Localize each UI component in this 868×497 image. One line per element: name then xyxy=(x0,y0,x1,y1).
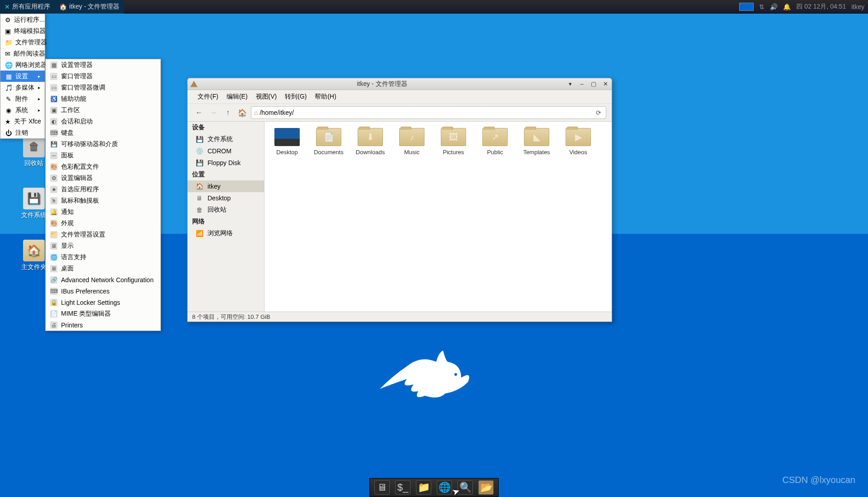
menu-item[interactable]: ▦设置▸ xyxy=(0,71,45,82)
notification-icon[interactable]: 🔔 xyxy=(783,3,791,10)
menu-item[interactable]: ⏻注销 xyxy=(0,127,45,138)
sidebar-item[interactable]: 💾Floppy Disk xyxy=(188,157,264,169)
submenu-item[interactable]: 🔔通知 xyxy=(46,206,160,218)
menu-item[interactable]: 帮助(H) xyxy=(311,91,340,102)
menu-icon: 🖥 xyxy=(50,265,57,272)
dock-show-desktop[interactable]: 🖥 xyxy=(374,480,390,495)
submenu-item[interactable]: 🎨外观 xyxy=(46,218,160,229)
file-grid[interactable]: Desktop📄Documents⬇Downloads♪Music🖼Pictur… xyxy=(264,122,612,312)
submenu-item[interactable]: 📁文件管理器设置 xyxy=(46,229,160,240)
submenu-item[interactable]: 💾可移动驱动器和介质 xyxy=(46,138,160,150)
folder-icon: ↗ xyxy=(482,128,508,146)
submenu-item[interactable]: ◐会话和启动 xyxy=(46,116,160,127)
submenu-item[interactable]: 🖱鼠标和触摸板 xyxy=(46,195,160,206)
menu-icon: ▦ xyxy=(50,62,57,69)
file-item[interactable]: ♪Music xyxy=(396,128,428,156)
menu-item[interactable]: 🌐网络浏览器 xyxy=(0,59,45,71)
submenu-item[interactable]: ⌨键盘 xyxy=(46,127,160,138)
home-button[interactable]: 🏠 xyxy=(236,107,248,118)
menu-item[interactable]: 视图(V) xyxy=(252,91,281,102)
forward-button[interactable]: → xyxy=(208,107,219,118)
menu-label: 键盘 xyxy=(61,129,74,137)
menu-label: 终端模拟器 xyxy=(14,27,46,35)
submenu-item[interactable]: 🎨色彩配置文件 xyxy=(46,161,160,172)
sidebar-item[interactable]: 🗑回收站 xyxy=(188,204,264,216)
applications-menu-button[interactable]: ✕ 所有应用程序 xyxy=(0,0,55,14)
network-icon[interactable]: ⇅ xyxy=(759,3,764,10)
file-item[interactable]: ⬇Downloads xyxy=(354,128,387,156)
submenu-item[interactable]: 🌐语言支持 xyxy=(46,251,160,263)
submenu-item[interactable]: ⌨IBus Preferences xyxy=(46,285,160,297)
menu-item[interactable]: 📁文件管理器 xyxy=(0,37,45,48)
up-button[interactable]: ↑ xyxy=(222,107,234,118)
file-item[interactable]: 🖼Pictures xyxy=(437,128,470,156)
file-item[interactable]: ◣Templates xyxy=(520,128,553,156)
sidebar-icon: 💾 xyxy=(195,158,204,167)
sidebar: 设备💾文件系统💿CDROM💾Floppy Disk位置🏠itkey🖥Deskto… xyxy=(188,122,264,312)
address-bar[interactable]: ⌂ ⟳ xyxy=(251,106,606,119)
submenu-item[interactable]: 🔗Advanced Network Configuration xyxy=(46,274,160,285)
maximize-button[interactable]: ▢ xyxy=(590,80,597,87)
menu-label: Light Locker Settings xyxy=(61,299,120,306)
menu-item[interactable]: 转到(G) xyxy=(281,91,310,102)
sidebar-item[interactable]: 💿CDROM xyxy=(188,145,264,157)
clock[interactable]: 四 02 12月, 04:51 xyxy=(796,3,846,11)
sidebar-item[interactable]: 🖥Desktop xyxy=(188,192,264,204)
sidebar-item[interactable]: 🏠itkey xyxy=(188,180,264,192)
reload-button[interactable]: ⟳ xyxy=(594,109,603,116)
settings-submenu: ▦设置管理器▭窗口管理器▭窗口管理器微调♿辅助功能▣工作区◐会话和启动⌨键盘💾可… xyxy=(45,59,161,331)
submenu-item[interactable]: ♿辅助功能 xyxy=(46,93,160,104)
sidebar-section-header: 设备 xyxy=(188,122,264,133)
submenu-item[interactable]: 🖥显示 xyxy=(46,240,160,251)
dock-terminal[interactable]: $_ xyxy=(395,480,410,495)
menu-icon: 🎨 xyxy=(50,220,57,227)
workspace-indicator[interactable] xyxy=(739,3,754,11)
close-button[interactable]: ✕ xyxy=(602,80,609,87)
menu-item[interactable]: ✉邮件阅读器 xyxy=(0,48,45,59)
file-item[interactable]: Desktop xyxy=(271,128,303,156)
menu-icon: 🌐 xyxy=(5,62,12,69)
submenu-item[interactable]: ▣工作区 xyxy=(46,104,160,116)
file-item[interactable]: ↗Public xyxy=(479,128,511,156)
submenu-item[interactable]: 🔒Light Locker Settings xyxy=(46,297,160,308)
menu-icon: 🖨 xyxy=(50,322,57,329)
file-item[interactable]: ▶Videos xyxy=(562,128,594,156)
menu-item[interactable]: ⚙运行程序... xyxy=(0,14,45,25)
submenu-item[interactable]: ▭窗口管理器 xyxy=(46,71,160,82)
folder-icon: ▶ xyxy=(566,128,591,146)
menu-item[interactable]: ◉系统▸ xyxy=(0,104,45,116)
titlebar[interactable]: itkey - 文件管理器 ▾ – ▢ ✕ xyxy=(188,78,612,90)
back-button[interactable]: ← xyxy=(193,107,205,118)
taskbar-window-button[interactable]: 🏠 itkey - 文件管理器 xyxy=(55,0,124,14)
volume-icon[interactable]: 🔊 xyxy=(770,3,778,10)
menu-label: 会话和启动 xyxy=(61,118,93,126)
file-item[interactable]: 📄Documents xyxy=(312,128,345,156)
menu-item[interactable]: 编辑(E) xyxy=(223,91,251,102)
submenu-item[interactable]: ⚙设置编辑器 xyxy=(46,172,160,184)
submenu-item[interactable]: ▭窗口管理器微调 xyxy=(46,82,160,93)
rollup-button[interactable]: ▾ xyxy=(566,80,574,87)
submenu-item[interactable]: 📄MIME 类型编辑器 xyxy=(46,308,160,319)
dock-filemanager[interactable]: 📁 xyxy=(416,480,431,495)
user-menu[interactable]: itkey xyxy=(851,3,864,10)
sidebar-item[interactable]: 📶浏览网络 xyxy=(188,227,264,239)
path-input[interactable] xyxy=(259,109,592,116)
sidebar-item[interactable]: 💾文件系统 xyxy=(188,133,264,145)
menu-icon: ✎ xyxy=(5,95,12,103)
menu-item[interactable]: ✎附件▸ xyxy=(0,93,45,104)
submenu-item[interactable]: 🖨Printers xyxy=(46,319,160,331)
minimize-button[interactable]: – xyxy=(578,80,585,87)
dock-browser[interactable]: 🌐 xyxy=(437,480,452,495)
menu-item[interactable]: ★关于 Xfce xyxy=(0,116,45,127)
submenu-item[interactable]: ★首选应用程序 xyxy=(46,184,160,195)
menu-item[interactable]: 🎵多媒体▸ xyxy=(0,82,45,93)
menu-item[interactable]: 文件(F) xyxy=(194,91,222,102)
submenu-item[interactable]: ─面板 xyxy=(46,150,160,161)
menu-icon: 🌐 xyxy=(50,254,57,261)
submenu-item[interactable]: ▦设置管理器 xyxy=(46,59,160,71)
menu-item[interactable]: ▣终端模拟器 xyxy=(0,25,45,37)
dock-folder[interactable]: 📂 xyxy=(478,480,494,495)
submenu-item[interactable]: 🖥桌面 xyxy=(46,263,160,274)
home-icon xyxy=(190,81,198,87)
menu-icon: ▭ xyxy=(50,73,57,80)
